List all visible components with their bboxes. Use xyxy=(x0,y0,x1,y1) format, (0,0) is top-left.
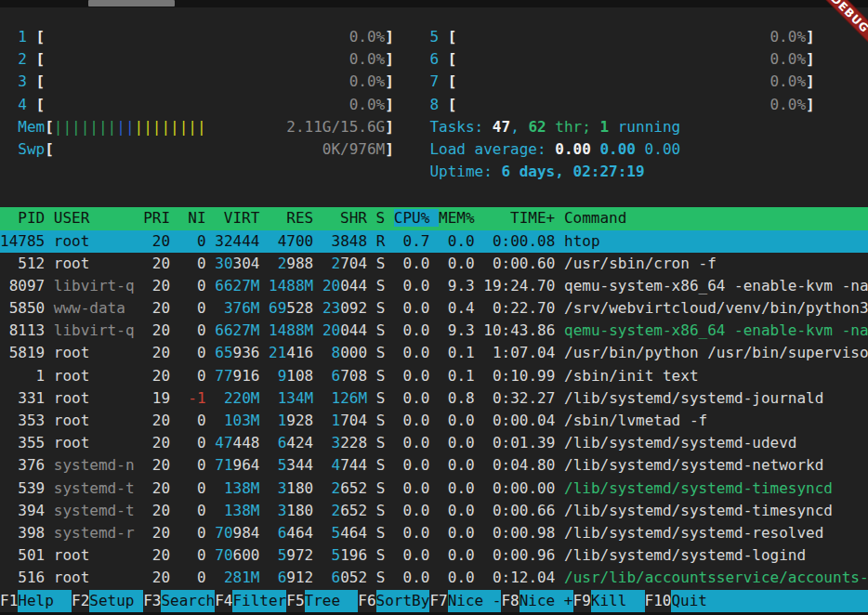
fnlabel-tree[interactable]: Tree xyxy=(305,590,359,612)
process-table-header[interactable]: PID USER PRI NI VIRT RES SHR S CPU% MEM%… xyxy=(0,207,868,229)
fnlabel-help[interactable]: Help xyxy=(18,590,72,612)
cpu-meter-row-3-7: 3 [ 0.0%] 7 [ 0.0%] xyxy=(0,71,868,93)
process-row-539[interactable]: 539 systemd-t 20 0 138M 3180 2652 S 0.0 … xyxy=(0,478,868,500)
fnkey-f2[interactable]: F2 xyxy=(72,590,89,612)
screen: 1 [ 0.0%] 5 [ 0.0%] 2 [ 0.0%] 6 [ 0.0%] … xyxy=(0,0,868,615)
process-table: 14785 root 20 0 32444 4700 3848 R 0.7 0.… xyxy=(0,230,868,590)
fnkey-f4[interactable]: F4 xyxy=(215,590,232,612)
fnlabel-kill[interactable]: Kill xyxy=(591,590,645,612)
swap-meter-and-load: Swp[ 0K/976M] Load average: 0.00 0.00 0.… xyxy=(0,138,868,161)
fnlabel-sortby[interactable]: SortBy xyxy=(376,590,430,612)
column-header-time[interactable]: TIME+ xyxy=(483,209,564,227)
process-row-5850[interactable]: 5850 www-data 20 0 376M 69528 23092 S 0.… xyxy=(0,297,868,320)
htop-terminal: 1 [ 0.0%] 5 [ 0.0%] 2 [ 0.0%] 6 [ 0.0%] … xyxy=(0,7,868,612)
fnlabel-nice-[interactable]: Nice + xyxy=(519,590,573,612)
fnlabel-setup[interactable]: Setup xyxy=(89,590,143,612)
fnlabel-filter[interactable]: Filter xyxy=(232,590,286,612)
column-header-virt[interactable]: VIRT xyxy=(215,209,269,227)
process-row-8097[interactable]: 8097 libvirt-q 20 0 6627M 1488M 20044 S … xyxy=(0,275,868,297)
function-key-bar: F1Help F2Setup F3SearchF4FilterF5Tree F6… xyxy=(0,590,868,612)
fnkey-f6[interactable]: F6 xyxy=(358,590,375,612)
fnlabel-quit[interactable]: Quit xyxy=(671,590,868,612)
process-row-8113[interactable]: 8113 libvirt-q 20 0 6627M 1488M 20044 S … xyxy=(0,320,868,342)
system-panel: 1 [ 0.0%] 5 [ 0.0%] 2 [ 0.0%] 6 [ 0.0%] … xyxy=(0,7,868,183)
column-header-pri[interactable]: PRI xyxy=(143,209,179,227)
process-row-516[interactable]: 516 root 20 0 281M 6912 6052 S 0.0 0.0 0… xyxy=(0,567,868,589)
column-header-res[interactable]: RES xyxy=(269,209,322,227)
cpu-meter-row-1-5: 1 [ 0.0%] 5 [ 0.0%] xyxy=(0,26,868,48)
cpu-meter-row-4-8: 4 [ 0.0%] 8 [ 0.0%] xyxy=(0,94,868,116)
process-row-376[interactable]: 376 systemd-n 20 0 71964 5344 4744 S 0.0… xyxy=(0,454,868,477)
process-row-1[interactable]: 1 root 20 0 77916 9108 6708 S 0.0 0.1 0:… xyxy=(0,365,868,387)
fnkey-f3[interactable]: F3 xyxy=(143,590,161,612)
fnlabel-nice-[interactable]: Nice - xyxy=(448,590,502,612)
process-row-394[interactable]: 394 systemd-t 20 0 138M 3180 2652 S 0.0 … xyxy=(0,500,868,522)
column-header-cpu[interactable]: CPU% xyxy=(394,209,439,227)
memory-meter-and-tasks: Mem[||||||||||||||||| 2.11G/15.6G] Tasks… xyxy=(0,116,868,138)
process-row-353[interactable]: 353 root 20 0 103M 1928 1704 S 0.0 0.0 0… xyxy=(0,410,868,432)
process-row-5819[interactable]: 5819 root 20 0 65936 21416 8000 S 0.0 0.… xyxy=(0,342,868,364)
column-header-ni[interactable]: NI xyxy=(179,209,216,227)
window-drag-handle xyxy=(88,0,175,7)
process-row-14785[interactable]: 14785 root 20 0 32444 4700 3848 R 0.7 0.… xyxy=(0,230,868,253)
fnkey-f8[interactable]: F8 xyxy=(501,590,519,612)
panel-table-gap xyxy=(0,183,868,207)
fnkey-f5[interactable]: F5 xyxy=(286,590,304,612)
fnkey-f7[interactable]: F7 xyxy=(429,590,447,612)
process-row-398[interactable]: 398 systemd-r 20 0 70984 6464 5464 S 0.0… xyxy=(0,522,868,544)
process-row-355[interactable]: 355 root 20 0 47448 6424 3228 S 0.0 0.0 … xyxy=(0,432,868,454)
process-row-501[interactable]: 501 root 20 0 70600 5972 5196 S 0.0 0.0 … xyxy=(0,544,868,567)
column-header-mem[interactable]: MEM% xyxy=(439,209,483,227)
column-header-pid[interactable]: PID xyxy=(0,209,54,227)
column-header-s[interactable]: S xyxy=(376,209,394,227)
process-row-512[interactable]: 512 root 20 0 30304 2988 2704 S 0.0 0.0 … xyxy=(0,253,868,275)
process-row-331[interactable]: 331 root 19 -1 220M 134M 126M S 0.0 0.8 … xyxy=(0,387,868,410)
column-header-user[interactable]: USER xyxy=(54,209,143,227)
fnkey-f9[interactable]: F9 xyxy=(573,590,591,612)
column-header-shr[interactable]: SHR xyxy=(322,209,376,227)
column-header-command[interactable]: Command xyxy=(564,209,626,227)
uptime-line: Uptime: 6 days, 02:27:19 xyxy=(0,161,868,183)
fnkey-f10[interactable]: F10 xyxy=(645,590,672,612)
fnlabel-search[interactable]: Search xyxy=(161,590,215,612)
cpu-meter-row-2-6: 2 [ 0.0%] 6 [ 0.0%] xyxy=(0,48,868,71)
fnkey-f1[interactable]: F1 xyxy=(0,590,18,612)
